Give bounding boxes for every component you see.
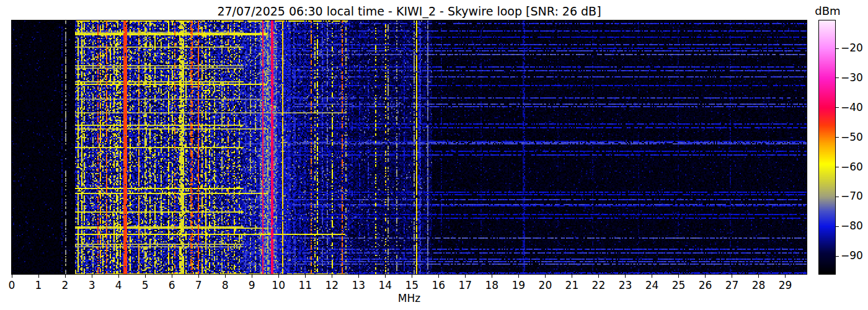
colorbar-tick-label: −80 [841, 219, 868, 232]
x-tick-mark [252, 275, 252, 278]
x-tick-mark [172, 275, 172, 278]
colorbar-canvas [819, 20, 835, 274]
chart-title: 27/07/2025 06:30 local time - KIWI_2 - S… [99, 4, 719, 18]
x-tick-label: 6 [161, 279, 183, 291]
spectrogram-figure: 27/07/2025 06:30 local time - KIWI_2 - S… [0, 0, 868, 310]
x-tick-mark [732, 275, 732, 278]
x-tick-label: 22 [587, 279, 609, 291]
x-tick-mark [758, 275, 759, 278]
x-tick-mark [385, 275, 386, 278]
spectrogram-canvas [12, 20, 807, 274]
x-tick-mark [332, 275, 332, 278]
x-tick-label: 12 [321, 279, 343, 291]
colorbar-tick-label: −50 [841, 131, 868, 143]
x-tick-mark [92, 275, 92, 278]
x-tick-label: 26 [694, 279, 717, 291]
x-tick-label: 0 [1, 279, 23, 291]
colorbar-tick-mark [836, 78, 839, 78]
x-tick-label: 10 [267, 279, 290, 291]
x-tick-mark [598, 275, 599, 278]
colorbar-tick-mark [836, 48, 839, 49]
x-tick-label: 11 [294, 279, 316, 291]
x-tick-label: 8 [214, 279, 236, 291]
x-axis-label: MHz [347, 292, 471, 304]
x-tick-mark [145, 275, 146, 278]
x-tick-label: 1 [27, 279, 50, 291]
colorbar-tick-label: −90 [841, 249, 868, 262]
colorbar-tick-label: −60 [841, 161, 868, 173]
x-tick-label: 29 [774, 279, 797, 291]
colorbar-tick-label: −30 [841, 71, 868, 84]
x-tick-label: 13 [347, 279, 370, 291]
x-tick-label: 19 [507, 279, 529, 291]
colorbar-tick-mark [836, 197, 839, 197]
x-tick-mark [652, 275, 652, 278]
x-tick-mark [65, 275, 66, 278]
x-tick-mark [198, 275, 199, 278]
x-tick-mark [438, 275, 439, 278]
x-tick-label: 24 [640, 279, 663, 291]
colorbar [818, 20, 836, 275]
x-tick-mark [705, 275, 706, 278]
x-tick-mark [412, 275, 412, 278]
x-tick-mark [678, 275, 679, 278]
colorbar-tick-mark [836, 226, 839, 227]
x-tick-mark [572, 275, 572, 278]
colorbar-tick-mark [836, 107, 839, 108]
x-tick-mark [118, 275, 119, 278]
x-tick-label: 9 [241, 279, 263, 291]
colorbar-tick-label: −20 [841, 42, 868, 54]
x-tick-label: 2 [54, 279, 76, 291]
x-tick-mark [358, 275, 359, 278]
x-tick-mark [38, 275, 39, 278]
waterfall-plot-area [11, 20, 807, 275]
x-tick-label: 7 [187, 279, 210, 291]
x-tick-mark [465, 275, 466, 278]
x-tick-mark [625, 275, 626, 278]
x-tick-label: 21 [560, 279, 583, 291]
x-tick-mark [305, 275, 306, 278]
colorbar-tick-mark [836, 256, 839, 257]
x-tick-label: 3 [81, 279, 103, 291]
x-tick-mark [545, 275, 546, 278]
x-tick-label: 28 [748, 279, 770, 291]
x-tick-mark [785, 275, 786, 278]
x-tick-mark [278, 275, 279, 278]
x-tick-label: 4 [107, 279, 130, 291]
x-tick-label: 5 [134, 279, 156, 291]
x-tick-label: 27 [721, 279, 743, 291]
colorbar-tick-label: −70 [841, 190, 868, 202]
x-tick-label: 17 [454, 279, 476, 291]
colorbar-tick-label: −40 [841, 101, 868, 113]
colorbar-tick-mark [836, 167, 839, 167]
x-tick-label: 25 [668, 279, 690, 291]
x-tick-label: 16 [427, 279, 450, 291]
x-tick-label: 23 [614, 279, 636, 291]
x-tick-mark [225, 275, 226, 278]
x-tick-mark [518, 275, 519, 278]
x-tick-mark [492, 275, 492, 278]
x-tick-mark [12, 275, 12, 278]
x-tick-label: 15 [401, 279, 423, 291]
x-tick-label: 18 [480, 279, 503, 291]
x-tick-label: 14 [374, 279, 396, 291]
colorbar-tick-mark [836, 137, 839, 138]
x-tick-label: 20 [534, 279, 556, 291]
colorbar-unit-label: dBm [813, 4, 842, 17]
